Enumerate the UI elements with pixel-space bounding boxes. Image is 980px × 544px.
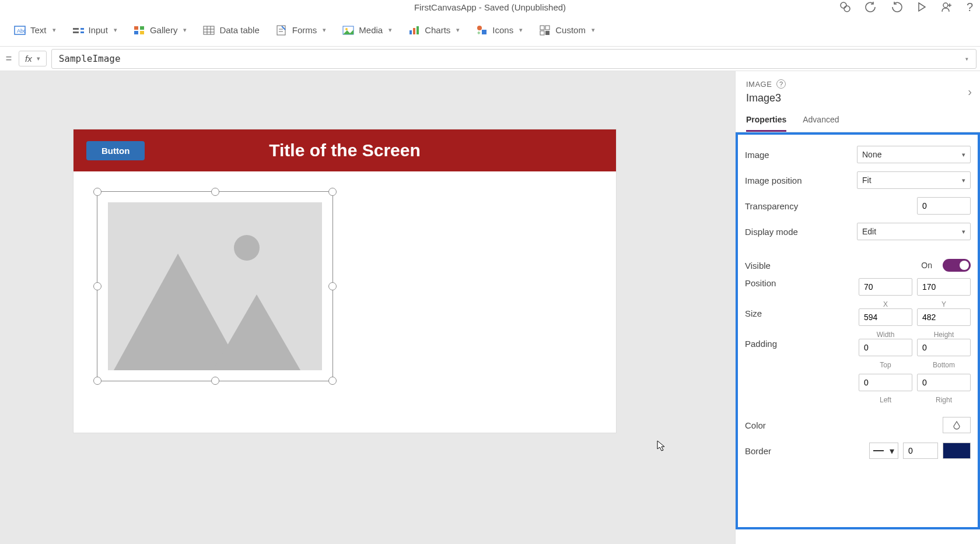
label-icon: Abc: [14, 24, 26, 36]
prop-padding-top[interactable]: [859, 339, 912, 356]
chart-icon: [408, 24, 420, 36]
ribbon-gallery[interactable]: Gallery▾: [128, 21, 193, 40]
svg-rect-23: [410, 30, 412, 34]
titlebar-actions: ?: [839, 1, 973, 14]
ribbon-datatable[interactable]: Data table: [197, 21, 265, 40]
properties-panel: IMAGE ? › Image3 Properties Advanced Ima…: [735, 71, 980, 544]
svg-rect-7: [80, 28, 84, 30]
svg-rect-6: [73, 31, 79, 33]
prop-displaymode-select[interactable]: Edit▾: [857, 223, 971, 240]
svg-text:Abc: Abc: [17, 28, 26, 34]
prop-imgpos-label: Image position: [745, 176, 851, 185]
prop-size-width[interactable]: [859, 308, 912, 326]
toggle-state-label: On: [921, 261, 932, 270]
svg-rect-29: [540, 26, 544, 30]
svg-rect-5: [73, 28, 79, 30]
ribbon-text[interactable]: Abc Text▾: [8, 21, 62, 40]
screen-header: Button Title of the Screen: [74, 129, 616, 171]
checker-icon[interactable]: [839, 1, 851, 13]
share-icon[interactable]: [941, 1, 953, 13]
panel-tabs: Properties Advanced: [736, 107, 980, 132]
control-name[interactable]: Image3: [746, 92, 970, 104]
insert-ribbon: Abc Text▾ Input▾ Gallery▾ Data table For…: [0, 14, 980, 47]
prop-border-label: Border: [745, 446, 863, 456]
redo-icon[interactable]: [891, 1, 902, 13]
resize-handle-br[interactable]: [328, 377, 337, 385]
resize-handle-tr[interactable]: [328, 188, 337, 196]
prop-position-y[interactable]: [917, 278, 971, 296]
svg-point-22: [345, 28, 348, 30]
prop-size-height[interactable]: [917, 308, 971, 326]
mouse-cursor: [657, 440, 666, 452]
prop-visible-label: Visible: [745, 261, 915, 271]
input-icon: [72, 24, 84, 36]
svg-rect-30: [545, 26, 550, 30]
chevron-down-icon: ▾: [183, 26, 187, 34]
form-icon: [276, 24, 288, 36]
prop-displaymode-label: Display mode: [745, 227, 851, 237]
chevron-down-icon: ▾: [592, 26, 595, 34]
ribbon-custom[interactable]: Custom▾: [533, 21, 601, 40]
table-icon: [203, 24, 215, 36]
screen-canvas[interactable]: Button Title of the Screen: [74, 129, 616, 433]
tab-advanced[interactable]: Advanced: [803, 115, 839, 132]
chevron-down-icon: ▾: [456, 26, 460, 34]
properties-list: Image None▾ Image position Fit▾ Transpar…: [736, 132, 980, 529]
svg-rect-10: [134, 31, 138, 34]
formula-bar: = fx ▾ SampleImage ▾: [0, 47, 980, 71]
fx-icon: fx: [25, 54, 32, 64]
ribbon-icons[interactable]: + Icons▾: [470, 21, 528, 40]
help-icon[interactable]: ?: [776, 79, 786, 89]
formula-input[interactable]: SampleImage ▾: [51, 49, 977, 69]
image-placeholder: [108, 202, 322, 370]
canvas-area[interactable]: Button Title of the Screen: [0, 71, 735, 544]
prop-border-style[interactable]: ▾: [869, 443, 898, 459]
resize-handle-tl[interactable]: [93, 188, 102, 196]
prop-position-x[interactable]: [859, 278, 912, 296]
help-icon[interactable]: ?: [967, 1, 973, 14]
screen-title: Title of the Screen: [74, 141, 616, 160]
play-icon[interactable]: [916, 2, 927, 12]
prop-border-width[interactable]: [903, 443, 938, 459]
svg-rect-8: [80, 31, 84, 33]
svg-rect-27: [482, 30, 487, 34]
tab-properties[interactable]: Properties: [746, 115, 786, 132]
ribbon-input[interactable]: Input▾: [66, 21, 123, 40]
component-icon: [539, 24, 551, 36]
resize-handle-bl[interactable]: [93, 377, 102, 385]
prop-visible-toggle[interactable]: [943, 259, 971, 272]
app-title: FirstCanvasApp - Saved (Unpublished): [414, 2, 566, 12]
prop-imgpos-select[interactable]: Fit▾: [857, 171, 971, 189]
prop-transparency-label: Transparency: [745, 201, 911, 211]
property-selector[interactable]: fx ▾: [19, 51, 47, 66]
control-type-label: IMAGE ?: [746, 79, 970, 89]
prop-padding-bottom[interactable]: [917, 339, 971, 356]
ribbon-forms[interactable]: Forms▾: [270, 21, 332, 40]
undo-icon[interactable]: [865, 1, 877, 13]
ribbon-charts[interactable]: Charts▾: [402, 21, 466, 40]
header-button[interactable]: Button: [86, 141, 145, 160]
prop-image-select[interactable]: None▾: [857, 146, 971, 163]
prop-transparency-input[interactable]: [917, 197, 971, 215]
chevron-down-icon: ▾: [962, 151, 965, 159]
collapse-panel-icon[interactable]: ›: [968, 85, 972, 99]
resize-handle-ml[interactable]: [93, 282, 102, 290]
resize-handle-tm[interactable]: [211, 188, 219, 196]
chevron-down-icon: ▾: [519, 26, 523, 34]
prop-padding-left[interactable]: [859, 374, 912, 391]
resize-handle-bm[interactable]: [211, 377, 219, 385]
prop-color-picker[interactable]: [943, 417, 971, 433]
resize-handle-mr[interactable]: [328, 282, 337, 290]
media-icon: [342, 24, 354, 36]
chevron-down-icon: ▾: [114, 26, 117, 34]
image-control-selected[interactable]: [97, 191, 333, 381]
svg-rect-11: [140, 26, 144, 30]
prop-padding-label: Padding: [745, 339, 853, 349]
svg-point-1: [844, 6, 850, 12]
chevron-down-icon: ▾: [37, 55, 40, 62]
svg-rect-12: [140, 31, 144, 34]
expand-formula-icon[interactable]: ▾: [965, 55, 969, 63]
prop-border-color[interactable]: [943, 443, 971, 459]
ribbon-media[interactable]: Media▾: [337, 21, 398, 40]
prop-padding-right[interactable]: [917, 374, 971, 391]
